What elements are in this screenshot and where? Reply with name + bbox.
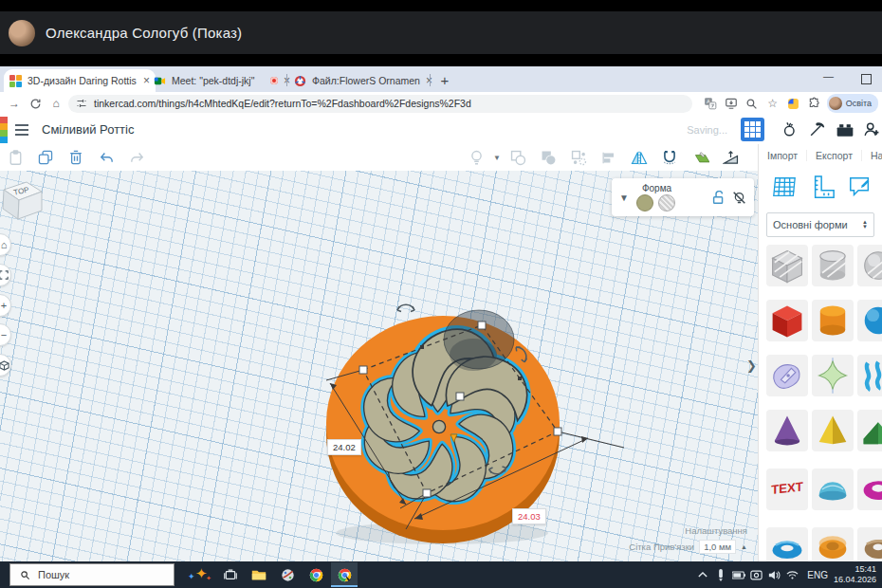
install-icon[interactable] bbox=[721, 94, 742, 113]
shape-scribble[interactable] bbox=[766, 355, 808, 396]
tab-meet[interactable]: Meet: "pek-dtdj-jkj" × bbox=[148, 69, 296, 92]
unlock-icon[interactable] bbox=[712, 191, 725, 205]
snap-grid-dropdown[interactable]: 1,0 мм bbox=[699, 540, 736, 554]
window-maximize-button[interactable] bbox=[861, 74, 872, 84]
tab-strip: 3D-дизайн Daring Rottis - Tink × Meet: "… bbox=[0, 66, 882, 92]
snap-caret-icon[interactable]: ▲ bbox=[741, 543, 747, 550]
chrome-button[interactable] bbox=[303, 562, 329, 587]
shape-box[interactable] bbox=[766, 300, 808, 341]
shape-category-dropdown[interactable]: Основні форми ▲▼ bbox=[766, 212, 874, 237]
shape-roof[interactable] bbox=[857, 410, 882, 451]
forward-icon[interactable]: → bbox=[4, 94, 25, 113]
shape-torus[interactable] bbox=[766, 527, 808, 561]
browser-profile-chip[interactable]: Освіта bbox=[827, 94, 878, 113]
shape-sphere-hole[interactable] bbox=[857, 245, 882, 286]
shape-box-hole[interactable] bbox=[766, 245, 808, 286]
tray-pen-icon[interactable] bbox=[711, 567, 729, 582]
export-button[interactable]: Експорт bbox=[807, 150, 862, 161]
panel-collapse-chevron-icon[interactable]: ❯ bbox=[746, 358, 757, 373]
tray-battery-icon[interactable] bbox=[729, 567, 747, 582]
shape-cone[interactable] bbox=[766, 410, 808, 451]
send-button[interactable]: Надіслати bbox=[862, 150, 882, 161]
dimension-width-label[interactable]: 24.02 bbox=[327, 439, 361, 455]
tinkercad-header: Сміливий Роттіс Saving... bbox=[0, 115, 882, 145]
shape-panel-title: Форма bbox=[642, 183, 671, 193]
tab-title: 3D-дизайн Daring Rottis - Tink bbox=[28, 75, 138, 86]
shape-properties-panel: ▼ Форма bbox=[612, 178, 754, 216]
tab-title: Файл:FlowerS Ornament Red D bbox=[312, 75, 420, 86]
paint3d-button[interactable] bbox=[274, 562, 301, 587]
settings-label[interactable]: Налаштування bbox=[629, 525, 747, 536]
tab-commons-file[interactable]: Файл:FlowerS Ornament Red D × bbox=[288, 69, 438, 92]
saving-status: Saving... bbox=[687, 124, 727, 136]
import-button[interactable]: Імпорт bbox=[759, 150, 807, 161]
commons-favicon bbox=[294, 75, 306, 87]
hide-icon[interactable] bbox=[732, 191, 746, 205]
shape-wave[interactable] bbox=[857, 355, 882, 396]
extensions-puzzle-icon[interactable] bbox=[804, 94, 825, 113]
tray-language-indicator[interactable]: ENG bbox=[807, 570, 828, 580]
account-share-icon[interactable] bbox=[859, 118, 882, 142]
shape-sphere[interactable] bbox=[857, 300, 882, 341]
site-settings-icon[interactable] bbox=[76, 98, 87, 109]
shape-tube[interactable] bbox=[812, 527, 854, 561]
shape-text[interactable]: TEXT bbox=[766, 469, 808, 510]
design-canvas[interactable]: TOP ⌂ + − bbox=[0, 171, 759, 561]
tray-clock[interactable]: 15:41 16.04.2026 bbox=[834, 564, 876, 585]
shape-pyramid[interactable] bbox=[812, 410, 854, 451]
collapse-chevron-icon[interactable]: ▼ bbox=[619, 193, 629, 203]
reload-icon[interactable] bbox=[25, 94, 46, 113]
shape-cylinder[interactable] bbox=[812, 300, 854, 341]
view-cube[interactable]: TOP bbox=[0, 175, 47, 228]
home-icon[interactable]: ⌂ bbox=[46, 94, 66, 113]
url-text[interactable]: tinkercad.com/things/h4cMhtedKqE/edit?re… bbox=[94, 98, 471, 109]
task-view-button[interactable] bbox=[217, 562, 244, 587]
blocks-pickaxe-icon[interactable] bbox=[802, 118, 831, 142]
bookmark-star-icon[interactable]: ☆ bbox=[763, 94, 783, 113]
shape-cylinder-hole[interactable] bbox=[812, 245, 854, 286]
shape-ring[interactable] bbox=[857, 469, 882, 510]
tray-expand-chevron-icon[interactable] bbox=[693, 567, 711, 582]
windows-taskbar: Пошук ✦✦✦ bbox=[0, 561, 882, 588]
tray-volume-icon[interactable] bbox=[765, 567, 783, 582]
view-3d-grid-button[interactable] bbox=[741, 118, 764, 141]
menu-hamburger-icon[interactable] bbox=[8, 124, 36, 136]
shapes-panel: Імпорт Експорт Надіслати bbox=[758, 144, 882, 561]
taskbar-search-box[interactable]: Пошук bbox=[9, 563, 175, 586]
notes-drag-icon[interactable] bbox=[847, 173, 873, 203]
shape-paraboloid[interactable] bbox=[812, 355, 854, 396]
model-ornament-on-disc[interactable] bbox=[285, 285, 626, 560]
tray-screenshare-icon[interactable] bbox=[747, 567, 765, 582]
new-tab-button[interactable]: + bbox=[434, 69, 455, 90]
search-placeholder: Пошук bbox=[38, 569, 69, 580]
workplane-drag-icon[interactable] bbox=[770, 173, 799, 203]
bricks-icon[interactable] bbox=[831, 118, 859, 142]
extension-shortcut-icon[interactable] bbox=[783, 94, 804, 113]
ruler-drag-icon[interactable] bbox=[810, 173, 836, 203]
shape-torus-knot[interactable] bbox=[857, 527, 882, 561]
chrome-active-button[interactable] bbox=[331, 562, 358, 587]
tab-title: Meet: "pek-dtdj-jkj" bbox=[172, 75, 265, 86]
window-minimize-button[interactable]: — bbox=[823, 70, 834, 82]
address-bar[interactable]: tinkercad.com/things/h4cMhtedKqE/edit?re… bbox=[68, 95, 692, 113]
tab-tinkercad[interactable]: 3D-дизайн Daring Rottis - Tink × bbox=[4, 69, 156, 92]
shared-screen: Олександра Сологуб (Показ) 3D-дизайн Dar… bbox=[0, 0, 882, 588]
dimension-depth-label[interactable]: 24.03 bbox=[512, 508, 546, 524]
translate-icon[interactable]: A bbox=[700, 94, 721, 113]
dropdown-spinner-icon: ▲▼ bbox=[862, 220, 868, 230]
tray-network-icon[interactable] bbox=[783, 567, 801, 582]
meet-favicon bbox=[154, 75, 166, 87]
profile-avatar bbox=[829, 97, 842, 110]
sim-lab-icon[interactable] bbox=[774, 118, 802, 142]
design-title[interactable]: Сміливий Роттіс bbox=[42, 122, 134, 137]
presenter-avatar bbox=[9, 20, 35, 46]
tinkercad-app: Сміливий Роттіс Saving... bbox=[0, 115, 882, 561]
color-swatch-solid[interactable] bbox=[636, 194, 653, 211]
color-swatch-hole[interactable] bbox=[658, 194, 675, 211]
file-explorer-button[interactable] bbox=[246, 562, 272, 587]
presenter-name: Олександра Сологуб (Показ) bbox=[46, 25, 242, 41]
zoom-icon[interactable] bbox=[742, 94, 763, 113]
copilot-sparkle-icon[interactable]: ✦✦✦ bbox=[188, 564, 216, 585]
svg-text:TEXT: TEXT bbox=[771, 479, 803, 497]
shape-half-sphere[interactable] bbox=[812, 469, 854, 510]
